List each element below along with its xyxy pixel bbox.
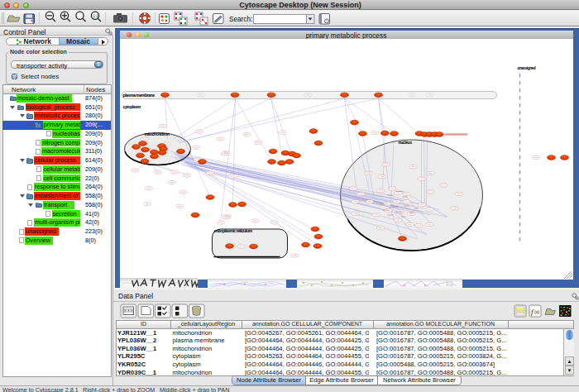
svg-text:cytoplasm: cytoplasm	[122, 104, 141, 109]
svg-text:nucleus: nucleus	[398, 140, 412, 145]
svg-text:plasma membrane: plasma membrane	[122, 93, 155, 98]
svg-text:Search:: Search:	[229, 16, 252, 23]
svg-text:mitochondrion: mitochondrion	[144, 131, 169, 136]
svg-text:1:1: 1:1	[93, 14, 99, 18]
svg-text:(x): (x)	[534, 309, 539, 314]
svg-text:endoplasmic reticulum: endoplasmic reticulum	[213, 228, 252, 233]
svg-text:unassigned: unassigned	[517, 66, 535, 70]
